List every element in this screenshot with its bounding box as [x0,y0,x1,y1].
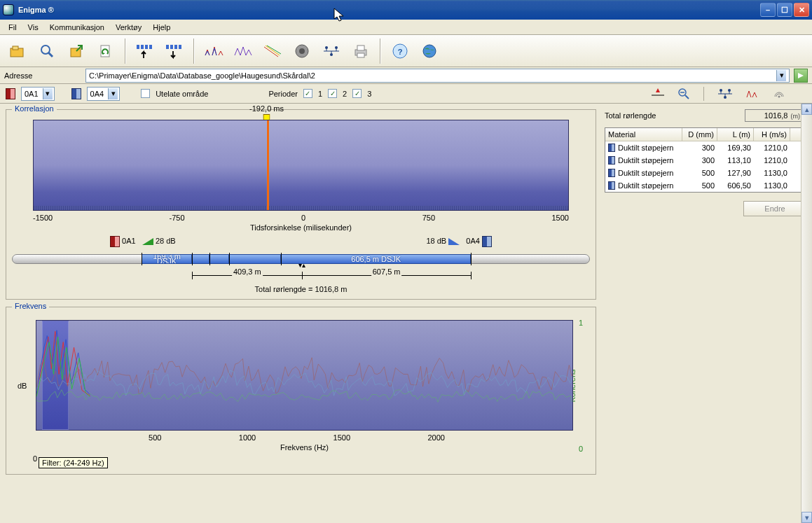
svg-point-43 [778,95,780,97]
table-row[interactable]: Duktilt støpejern500127,901130,0 [605,167,806,179]
address-path: C:\Primayer\Enigma\Data\Database_google\… [89,71,315,80]
filter-info: Filter: (24-249 Hz) [39,457,108,468]
svg-rect-10 [166,45,169,49]
toolbar: ? [0,35,812,67]
edit-button[interactable]: Endre [743,201,806,216]
tool-marker-icon[interactable] [652,88,664,99]
toolbar-sound-button[interactable] [289,38,315,64]
period-2-checkbox[interactable]: ✓ [328,89,337,98]
window-minimize-button[interactable]: – [760,3,776,17]
legend-right-chip [482,236,492,247]
svg-rect-6 [137,45,139,49]
pipe-dimensions: 409,3 m607,5 m▾▴ [12,270,590,282]
pipe-segment: 169,3 mDSJK [142,254,193,264]
svg-rect-11 [170,45,173,49]
svg-point-18 [299,48,305,54]
tool-wave-icon[interactable] [746,89,759,99]
tool-zoomout-icon[interactable] [678,88,689,99]
menu-communication[interactable]: Kommunikasjon [46,22,109,33]
exclude-label: Utelate område [156,90,208,98]
address-label: Adresse [4,71,81,80]
tool-signal-icon[interactable] [773,89,785,99]
pipe-segment: 606,5 m DSJK [281,254,471,264]
toolbar-spectrum2-button[interactable] [230,38,256,64]
period-3-checkbox[interactable]: ✓ [352,89,362,98]
frequency-x-label: Frekvens (Hz) [36,443,573,452]
menu-view[interactable]: Vis [24,22,43,33]
address-combo[interactable]: C:\Primayer\Enigma\Data\Database_google\… [85,69,790,83]
toolbar-help-button[interactable]: ? [387,38,413,64]
menu-bar: Fil Vis Kommunikasjon Verktøy Hjelp [0,20,812,35]
toolbar-network-button[interactable] [318,38,345,64]
toolbar-globe-button[interactable] [416,38,443,64]
frequency-plot[interactable]: dB Koherens 1 0 0 50 [36,320,573,452]
table-header: Material D (mm) L (m) H (m/s) [605,128,806,141]
material-table[interactable]: Material D (mm) L (m) H (m/s) Duktilt st… [605,127,806,193]
toolbar-search-button[interactable] [34,38,60,64]
toolbar-refresh-button[interactable] [92,38,119,64]
pipe-segment [192,254,209,264]
pipe-segment [209,254,229,264]
total-length-label: Total rørlengde [605,111,741,120]
toolbar-print-button[interactable] [347,38,374,64]
total-length-value: 1016,8 (m) [745,109,806,122]
svg-rect-8 [145,45,148,49]
window-maximize-button[interactable]: ☐ [777,3,792,17]
sensor-right-chip [71,88,81,99]
menu-help[interactable]: Hjelp [149,22,174,33]
toolbar-markers-down-button[interactable] [161,38,188,64]
vertical-scrollbar[interactable]: ▴ ▾ [801,104,812,523]
toolbar-open-button[interactable] [4,38,31,64]
svg-rect-12 [174,45,177,49]
sensor-left-chip [6,88,15,99]
window-titlebar: Enigma ® – ☐ ✕ [0,0,812,20]
svg-rect-27 [357,46,364,50]
chevron-down-icon[interactable]: ▾ [43,88,53,99]
svg-line-16 [267,46,281,54]
app-icon [3,4,14,15]
svg-line-3 [48,53,53,57]
scroll-up-button[interactable]: ▴ [801,104,812,115]
menu-file[interactable]: Fil [4,22,21,33]
svg-rect-28 [357,53,364,57]
frequency-canvas [36,320,573,431]
table-row[interactable]: Duktilt støpejern300169,301210,0 [605,141,806,154]
svg-point-31 [423,45,436,57]
table-row[interactable]: Duktilt støpejern500606,501130,0 [605,179,806,192]
toolbar-markers-up-button[interactable] [132,38,158,64]
frequency-y-left: dB [18,382,27,390]
address-go-button[interactable] [794,69,808,83]
exclude-checkbox[interactable] [141,89,150,98]
pipe-total-label: Total rørlengde = 1016,8 m [12,285,590,293]
menu-tools[interactable]: Verktøy [111,22,146,33]
period-1-checkbox[interactable]: ✓ [303,89,312,98]
selector-row: 0A1▾ 0A4▾ Utelate område Perioder ✓1 ✓2 … [0,84,812,104]
window-title: Enigma ® [18,6,760,14]
svg-line-15 [266,46,280,55]
correlation-title: Korrelasjon [12,104,57,113]
sensor-right-combo[interactable]: 0A4▾ [87,87,121,101]
table-row[interactable]: Duktilt støpejern300113,101210,0 [605,154,806,167]
sensor-left-combo[interactable]: 0A1▾ [21,87,55,101]
window-close-button[interactable]: ✕ [794,3,809,17]
correlation-legend: 0A1 28 dB 18 dB 0A4 [110,236,492,247]
toolbar-spectrum1-button[interactable] [200,38,227,64]
legend-left-chip [110,236,120,247]
svg-text:?: ? [398,48,403,56]
svg-rect-4 [71,48,81,57]
chevron-down-icon[interactable]: ▾ [776,70,786,81]
scroll-down-button[interactable]: ▾ [801,512,812,523]
periods-label: Perioder [268,90,298,98]
toolbar-rays-button[interactable] [259,38,286,64]
svg-rect-1 [13,46,18,50]
svg-rect-9 [149,45,152,49]
correlation-group: Korrelasjon -192,0 ms -1500 -750 0 750 1… [6,109,596,300]
frequency-group: Frekvens dB Koherens 1 0 [6,307,596,475]
correlation-plot[interactable]: -192,0 ms -1500 -750 0 750 1500 Tidsfors… [33,120,569,232]
svg-rect-7 [141,45,144,49]
chevron-down-icon[interactable]: ▾ [108,88,118,99]
triangle-up-icon [142,238,153,245]
toolbar-export-button[interactable] [63,38,90,64]
frequency-x-ticks: 500 1000 1500 2000 [149,433,573,442]
tool-network-icon[interactable] [718,88,732,99]
